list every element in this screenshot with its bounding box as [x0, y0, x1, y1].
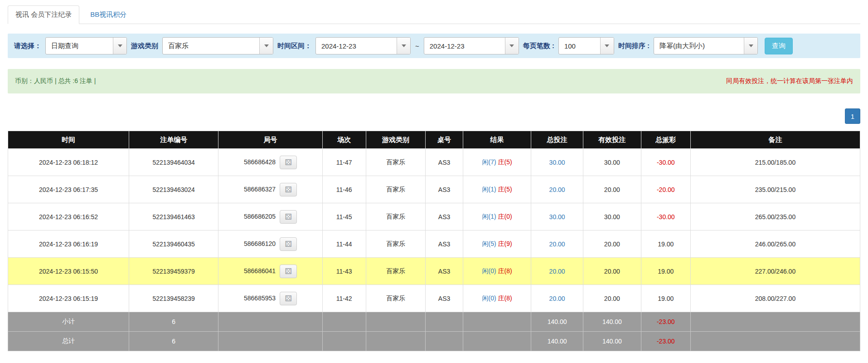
chevron-down-icon — [505, 38, 519, 54]
cell-time: 2024-12-23 06:15:50 — [8, 258, 129, 285]
cell-valid-bet: 30.00 — [583, 149, 641, 176]
tab-bb-video-points[interactable]: BB视讯积分 — [83, 6, 134, 24]
chevron-down-icon — [259, 38, 273, 54]
cell-valid-bet: 20.00 — [583, 176, 641, 203]
cell-game-type: 百家乐 — [366, 285, 426, 312]
dice-icon: ⚄ — [285, 186, 292, 194]
game-category-select[interactable]: 百家乐 — [162, 37, 273, 54]
total-bet-link[interactable]: 20.00 — [549, 295, 565, 302]
cell-valid-bet: 20.00 — [583, 258, 641, 285]
date-to-value: 2024-12-23 — [424, 42, 470, 50]
result-banker: 庄(8) — [498, 294, 512, 302]
cell-total-bet: 20.00 — [531, 176, 583, 203]
footer-payout: -23.00 — [641, 332, 690, 351]
game-category-label: 游戏类别 — [131, 42, 158, 50]
cell-time: 2024-12-23 06:16:19 — [8, 231, 129, 258]
footer-count: 6 — [129, 312, 218, 332]
summary-currency-total: 币别：人民币 | 总共 :6 注单 | — [15, 77, 96, 85]
round-replay-button[interactable]: ⚄ — [280, 156, 297, 169]
result-player: 闲(5) — [482, 240, 498, 247]
column-header-4: 游戏类别 — [366, 131, 426, 149]
cell-session: 11-45 — [322, 203, 366, 231]
round-number: 586686327 — [244, 185, 276, 192]
time-range-label: 时间区间： — [277, 42, 311, 50]
cell-payout: -30.00 — [641, 149, 690, 176]
footer-empty — [218, 312, 322, 332]
result-banker: 庄(5) — [498, 186, 512, 193]
chevron-down-icon — [744, 38, 757, 54]
result-player: 闲(7) — [482, 158, 498, 166]
date-from-select[interactable]: 2024-12-23 — [315, 37, 411, 54]
cell-round: 586686120⚄ — [218, 231, 322, 258]
cell-bet-id: 522139460435 — [129, 231, 218, 258]
cell-game-type: 百家乐 — [366, 149, 426, 176]
round-replay-button[interactable]: ⚄ — [280, 183, 297, 196]
round-number: 586686205 — [244, 212, 276, 220]
column-header-0: 时间 — [8, 131, 129, 149]
round-replay-button[interactable]: ⚄ — [280, 237, 297, 251]
time-sort-select[interactable]: 降幂(由大到小) — [654, 37, 758, 54]
round-replay-button[interactable]: ⚄ — [280, 292, 297, 305]
page-1-button[interactable]: 1 — [845, 108, 860, 124]
cell-result: 闲(7) 庄(5) — [463, 149, 531, 176]
table-body: 2024-12-23 06:18:12522139464034586686428… — [8, 149, 860, 312]
total-bet-link[interactable]: 30.00 — [549, 159, 565, 166]
cell-time: 2024-12-23 06:15:19 — [8, 285, 129, 312]
total-bet-link[interactable]: 20.00 — [549, 186, 565, 193]
chevron-down-icon — [113, 38, 126, 54]
footer-empty — [218, 332, 322, 351]
cell-table-no: AS3 — [426, 231, 463, 258]
round-number: 586685953 — [244, 294, 276, 301]
total-bet-link[interactable]: 30.00 — [549, 213, 565, 221]
table-total-row: 总计6140.00140.00-23.00 — [8, 332, 860, 351]
footer-valid-bet: 140.00 — [583, 332, 641, 351]
page: 视讯 会员下注纪录 BB视讯积分 请选择： 日期查询 游戏类别 百家乐 时间区间… — [0, 0, 868, 351]
cell-note: 208.00/227.00 — [690, 285, 860, 312]
result-banker: 庄(5) — [498, 158, 512, 166]
result-player: 闲(1) — [482, 213, 498, 220]
dice-icon: ⚄ — [285, 213, 292, 221]
cell-payout: 19.00 — [641, 285, 690, 312]
round-replay-button[interactable]: ⚄ — [280, 265, 297, 278]
total-bet-link[interactable]: 20.00 — [549, 240, 565, 248]
tab-betting-records[interactable]: 视讯 会员下注纪录 — [8, 5, 79, 24]
column-header-10: 备注 — [690, 131, 860, 149]
cell-note: 246.00/265.00 — [690, 231, 860, 258]
cell-bet-id: 522139459379 — [129, 258, 218, 285]
table-row: 2024-12-23 06:18:12522139464034586686428… — [8, 149, 860, 176]
round-number: 586686120 — [244, 240, 276, 247]
result-player: 闲(1) — [482, 186, 498, 193]
cell-session: 11-44 — [322, 231, 366, 258]
cell-time: 2024-12-23 06:17:35 — [8, 176, 129, 203]
cell-session: 11-42 — [322, 285, 366, 312]
query-button[interactable]: 查询 — [765, 38, 793, 54]
date-to-select[interactable]: 2024-12-23 — [424, 37, 519, 54]
cell-payout: -30.00 — [641, 203, 690, 231]
cell-round: 586686327⚄ — [218, 176, 322, 203]
cell-game-type: 百家乐 — [366, 231, 426, 258]
footer-empty — [690, 312, 860, 332]
table-row: 2024-12-23 06:16:19522139460435586686120… — [8, 231, 860, 258]
result-banker: 庄(9) — [498, 240, 512, 247]
total-bet-link[interactable]: 20.00 — [549, 268, 565, 275]
per-page-select[interactable]: 100 — [558, 37, 614, 54]
query-type-label: 请选择： — [14, 42, 41, 50]
result-player: 闲(0) — [482, 294, 498, 302]
table-row: 2024-12-23 06:17:35522139463024586686327… — [8, 176, 860, 203]
per-page-value: 100 — [559, 42, 581, 50]
cell-payout: 19.00 — [641, 231, 690, 258]
cell-valid-bet: 20.00 — [583, 285, 641, 312]
query-type-select[interactable]: 日期查询 — [45, 37, 127, 54]
cell-bet-id: 522139458239 — [129, 285, 218, 312]
footer-empty — [426, 312, 463, 332]
footer-valid-bet: 140.00 — [583, 312, 641, 332]
round-replay-button[interactable]: ⚄ — [280, 210, 297, 224]
date-from-value: 2024-12-23 — [316, 42, 362, 50]
per-page-label: 每页笔数 : — [523, 42, 554, 50]
cell-game-type: 百家乐 — [366, 176, 426, 203]
cell-total-bet: 20.00 — [531, 285, 583, 312]
cell-table-no: AS3 — [426, 285, 463, 312]
table-row: 2024-12-23 06:15:50522139459379586686041… — [8, 258, 860, 285]
cell-session: 11-47 — [322, 149, 366, 176]
dice-icon: ⚄ — [285, 294, 292, 303]
